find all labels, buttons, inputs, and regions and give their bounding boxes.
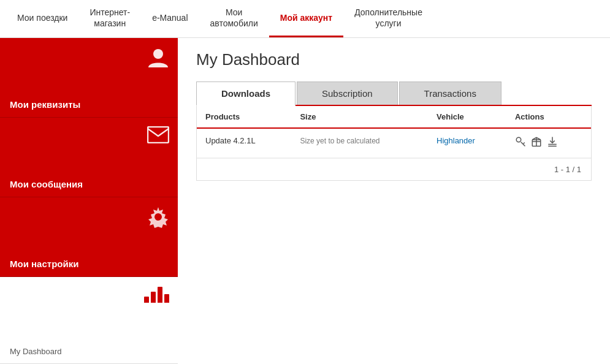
sidebar-dashboard-label: My Dashboard <box>10 347 62 356</box>
pagination: 1 - 1 / 1 <box>197 158 591 180</box>
col-products: Products <box>197 106 291 128</box>
package-action-icon[interactable] <box>531 136 542 150</box>
tab-bar: Downloads Subscription Transactions <box>196 82 592 106</box>
download-action-icon[interactable] <box>547 136 558 150</box>
sidebar: Мои реквизиты Мои сообщения Мои настройк… <box>0 38 178 364</box>
nav-services[interactable]: Дополнительные услуги <box>343 0 433 37</box>
sidebar-item-settings[interactable]: Мои настройки <box>0 197 178 277</box>
cell-product: Update 4.2.1L <box>197 128 291 158</box>
content-area: My Dashboard Downloads Subscription Tran… <box>178 38 610 364</box>
downloads-table: Products Size Vehicle Actions <box>196 106 592 181</box>
sidebar-messages-label: Мои сообщения <box>10 179 83 189</box>
table-row: Update 4.2.1L Size yet to be calculated … <box>197 128 591 158</box>
col-actions: Actions <box>506 106 591 128</box>
cell-vehicle: Highlander <box>428 128 506 158</box>
gear-icon <box>147 206 169 232</box>
svg-point-3 <box>154 213 162 221</box>
message-icon <box>147 126 169 148</box>
sidebar-item-requisites[interactable]: Мои реквизиты <box>0 38 178 118</box>
cell-size: Size yet to be calculated <box>291 128 428 158</box>
action-icons <box>515 136 582 150</box>
svg-rect-1 <box>148 127 169 143</box>
sidebar-requisites-label: Мои реквизиты <box>10 99 80 110</box>
page-title: My Dashboard <box>196 50 592 69</box>
sidebar-item-dashboard[interactable]: My Dashboard <box>0 277 178 364</box>
cell-actions <box>506 128 591 158</box>
nav-account[interactable]: Мой аккаунт <box>269 0 343 37</box>
tab-downloads[interactable]: Downloads <box>196 82 295 106</box>
top-nav: Мои поездки Интернет- магазин e-Manual М… <box>0 0 610 38</box>
sidebar-settings-label: Мои настройки <box>10 259 78 269</box>
svg-point-4 <box>516 137 521 142</box>
col-vehicle: Vehicle <box>428 106 506 128</box>
tab-transactions[interactable]: Transactions <box>399 82 501 105</box>
sidebar-item-messages[interactable]: Мои сообщения <box>0 118 178 197</box>
svg-line-6 <box>523 143 524 144</box>
col-size: Size <box>291 106 428 128</box>
user-icon <box>147 47 169 73</box>
svg-point-0 <box>153 49 163 59</box>
key-action-icon[interactable] <box>515 136 526 150</box>
nav-cars[interactable]: Мои автомобили <box>199 0 269 37</box>
main-layout: Мои реквизиты Мои сообщения Мои настройк… <box>0 38 610 364</box>
chart-icon <box>144 286 169 303</box>
nav-trips[interactable]: Мои поездки <box>6 0 78 37</box>
nav-emanual[interactable]: e-Manual <box>141 0 199 37</box>
nav-shop[interactable]: Интернет- магазин <box>78 0 141 37</box>
tab-subscription[interactable]: Subscription <box>297 82 398 105</box>
